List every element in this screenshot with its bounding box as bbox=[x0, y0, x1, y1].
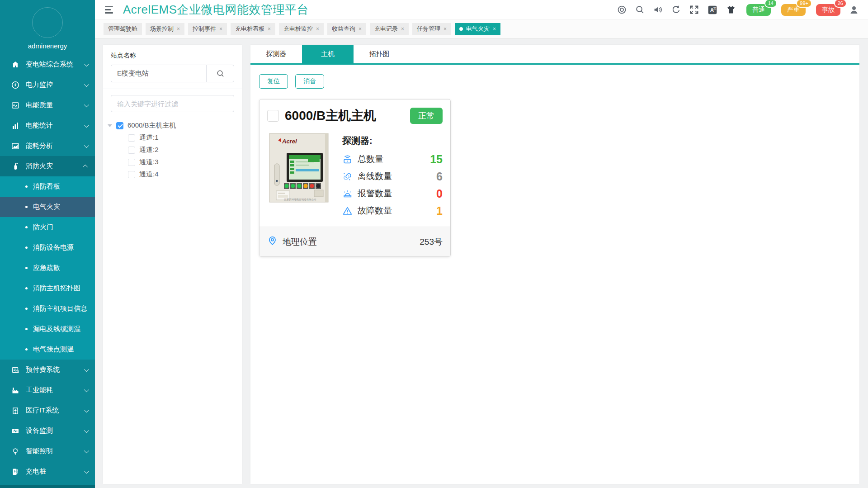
bullet-icon bbox=[25, 287, 28, 289]
checkbox-checked[interactable] bbox=[116, 122, 123, 129]
sidebar-subitem-fire-dashboard[interactable]: 消防看板 bbox=[0, 176, 95, 197]
sidebar-item-device-monitor[interactable]: 设备监测 bbox=[0, 421, 95, 441]
alarm-accident-button[interactable]: 事故 26 bbox=[816, 4, 840, 16]
sidebar-scrollbar[interactable] bbox=[0, 485, 95, 488]
chevron-down-icon bbox=[84, 427, 89, 432]
caret-down-icon[interactable] bbox=[108, 124, 112, 127]
tree-node-channel-3[interactable]: 通道:3 bbox=[108, 156, 237, 168]
avatar[interactable] bbox=[32, 7, 63, 38]
tab-electrical-fire[interactable]: 电气火灾× bbox=[455, 23, 500, 35]
sidebar-subitem-fire-host-topology[interactable]: 消防主机拓扑图 bbox=[0, 278, 95, 298]
sidebar-subitem-fire-equipment-power[interactable]: 消防设备电源 bbox=[0, 237, 95, 258]
theme-icon[interactable] bbox=[726, 5, 736, 15]
charging-station-icon bbox=[11, 467, 20, 476]
tree-node-channel-1[interactable]: 通道:1 bbox=[108, 132, 237, 144]
tab-revenue-query[interactable]: 收益查询× bbox=[327, 23, 366, 35]
checkbox-unchecked[interactable] bbox=[128, 171, 135, 178]
tree-node-channel-4[interactable]: 通道:4 bbox=[108, 168, 237, 180]
tab-charging-dashboard[interactable]: 充电桩看板× bbox=[231, 23, 275, 35]
fullscreen-icon[interactable] bbox=[689, 5, 699, 14]
close-tab-icon[interactable]: × bbox=[219, 26, 222, 32]
sidebar-subitem-fire-host-project-info[interactable]: 消防主机项目信息 bbox=[0, 298, 95, 319]
close-tab-icon[interactable]: × bbox=[268, 26, 271, 32]
tab-task-management[interactable]: 任务管理× bbox=[412, 23, 451, 35]
tab-control-events[interactable]: 控制事件× bbox=[188, 23, 227, 35]
sidebar-item-medical-it[interactable]: 医疗IT系统 bbox=[0, 400, 95, 421]
stat-row-offline: 离线数量 6 bbox=[342, 168, 443, 185]
submenu-label: 消防设备电源 bbox=[33, 243, 74, 252]
sidebar-item-substation-system[interactable]: 变电站综合系统 bbox=[0, 54, 95, 75]
site-search-input[interactable] bbox=[111, 65, 206, 82]
sidebar-item-smart-lighting[interactable]: 智能照明 bbox=[0, 441, 95, 461]
tab-charging-monitor[interactable]: 充电桩监控× bbox=[279, 23, 324, 35]
sidebar-subitem-fire-door[interactable]: 防火门 bbox=[0, 217, 95, 237]
monitor-pulse-icon bbox=[11, 426, 20, 436]
menu-toggle-icon[interactable] bbox=[105, 6, 114, 14]
sidebar-subitem-leakage-cable-temp[interactable]: 漏电及线缆测温 bbox=[0, 319, 95, 339]
alarm-severe-button[interactable]: 严重 99+ bbox=[781, 4, 806, 16]
checkbox-unchecked[interactable] bbox=[128, 159, 135, 166]
sidebar-item-label: 设备监测 bbox=[26, 426, 53, 435]
prepaid-card-icon bbox=[11, 365, 20, 374]
tree-filter-input[interactable] bbox=[111, 95, 234, 112]
card-body: Acrel bbox=[259, 126, 450, 227]
tab-label: 场景控制 bbox=[150, 25, 174, 33]
submenu-label: 电气火灾 bbox=[33, 203, 60, 211]
svg-text:文: 文 bbox=[713, 6, 717, 10]
search-icon[interactable] bbox=[635, 5, 645, 14]
card-checkbox[interactable] bbox=[267, 110, 279, 122]
sidebar-item-prepaid-system[interactable]: 预付费系统 bbox=[0, 360, 95, 380]
sidebar-item-charging-pile[interactable]: 充电桩 bbox=[0, 461, 95, 482]
sidebar-item-power-stats[interactable]: 电能统计 bbox=[0, 115, 95, 136]
tab-host[interactable]: 主机 bbox=[302, 45, 354, 63]
tab-label: 控制事件 bbox=[193, 25, 216, 33]
sidebar-subitem-emergency-evacuation[interactable]: 应急疏散 bbox=[0, 258, 95, 278]
sidebar-item-energy-analysis[interactable]: 能耗分析 bbox=[0, 136, 95, 156]
tree-root-node[interactable]: 6000/B主机主机 bbox=[108, 119, 237, 132]
speaker-icon[interactable] bbox=[653, 5, 663, 14]
alarm-normal-button[interactable]: 普通 14 bbox=[746, 4, 771, 16]
app-screen: adminenergy 变电站综合系统 电力监控 电能质量 电能统计 bbox=[0, 0, 868, 488]
close-tab-icon[interactable]: × bbox=[316, 26, 319, 32]
checkbox-unchecked[interactable] bbox=[128, 147, 135, 154]
user-icon[interactable] bbox=[849, 5, 859, 15]
sidebar-subitem-electrical-contact-temp[interactable]: 电气接点测温 bbox=[0, 339, 95, 360]
status-badge: 正常 bbox=[410, 108, 443, 124]
sidebar-item-power-monitor[interactable]: 电力监控 bbox=[0, 75, 95, 95]
mute-button[interactable]: 消音 bbox=[295, 74, 324, 89]
tree-node-channel-2[interactable]: 通道:2 bbox=[108, 144, 237, 156]
translate-icon[interactable]: A文 bbox=[708, 5, 717, 15]
alarm-normal-label: 普通 bbox=[752, 6, 765, 13]
sidebar-item-label: 医疗IT系统 bbox=[26, 406, 59, 415]
sidebar-item-fire-safety[interactable]: 消防火灾 bbox=[0, 156, 95, 176]
sidebar-item-power-quality[interactable]: 电能质量 bbox=[0, 95, 95, 115]
sidebar-subitem-electrical-fire[interactable]: 电气火灾 bbox=[0, 197, 95, 217]
sidebar-item-industrial-energy[interactable]: 工业能耗 bbox=[0, 380, 95, 400]
user-profile: adminenergy bbox=[0, 0, 95, 54]
close-tab-icon[interactable]: × bbox=[359, 26, 362, 32]
checkbox-unchecked[interactable] bbox=[128, 134, 135, 142]
tab-topology[interactable]: 拓扑图 bbox=[354, 45, 405, 63]
svg-text:Acrel: Acrel bbox=[282, 138, 297, 145]
close-tab-icon[interactable]: × bbox=[493, 26, 496, 32]
sidebar: adminenergy 变电站综合系统 电力监控 电能质量 电能统计 bbox=[0, 0, 95, 488]
site-search-button[interactable] bbox=[206, 65, 234, 82]
host-device-card[interactable]: 6000/B主机主机 正常 Acrel bbox=[259, 99, 451, 257]
tab-label: 任务管理 bbox=[417, 25, 440, 33]
refresh-icon[interactable] bbox=[671, 5, 681, 14]
tab-charging-records[interactable]: 充电记录× bbox=[370, 23, 409, 35]
close-tab-icon[interactable]: × bbox=[177, 26, 180, 32]
site-search-section: 站点名称 bbox=[103, 45, 242, 89]
tab-detectors[interactable]: 探测器 bbox=[250, 45, 302, 63]
help-icon[interactable] bbox=[617, 5, 627, 14]
factory-icon bbox=[11, 386, 20, 395]
reset-button[interactable]: 复位 bbox=[259, 74, 288, 89]
tab-management-cockpit[interactable]: 管理驾驶舱 bbox=[104, 23, 142, 35]
card-header: 6000/B主机主机 正常 bbox=[259, 99, 450, 126]
close-tab-icon[interactable]: × bbox=[443, 26, 447, 32]
tab-scene-control[interactable]: 场景控制× bbox=[146, 23, 184, 35]
chevron-down-icon bbox=[84, 102, 89, 107]
chevron-down-icon bbox=[84, 407, 89, 412]
device-tree: 6000/B主机主机 通道:1 通道:2 通道:3 bbox=[103, 118, 242, 182]
close-tab-icon[interactable]: × bbox=[401, 26, 404, 32]
